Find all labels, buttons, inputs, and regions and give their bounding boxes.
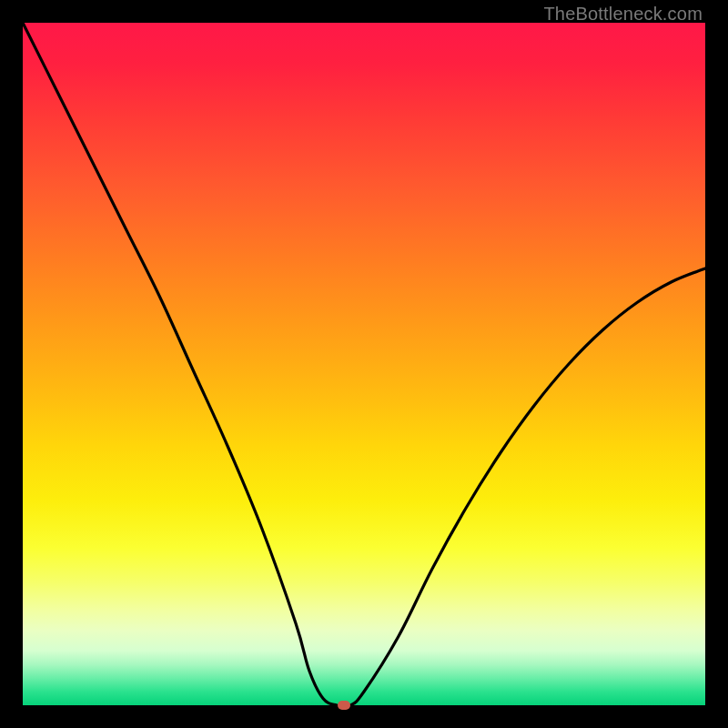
optimal-point-marker: [338, 701, 350, 710]
bottleneck-curve: [23, 23, 705, 705]
plot-area: [23, 23, 705, 705]
chart-frame: TheBottleneck.com: [0, 0, 728, 728]
watermark-text: TheBottleneck.com: [543, 4, 703, 25]
